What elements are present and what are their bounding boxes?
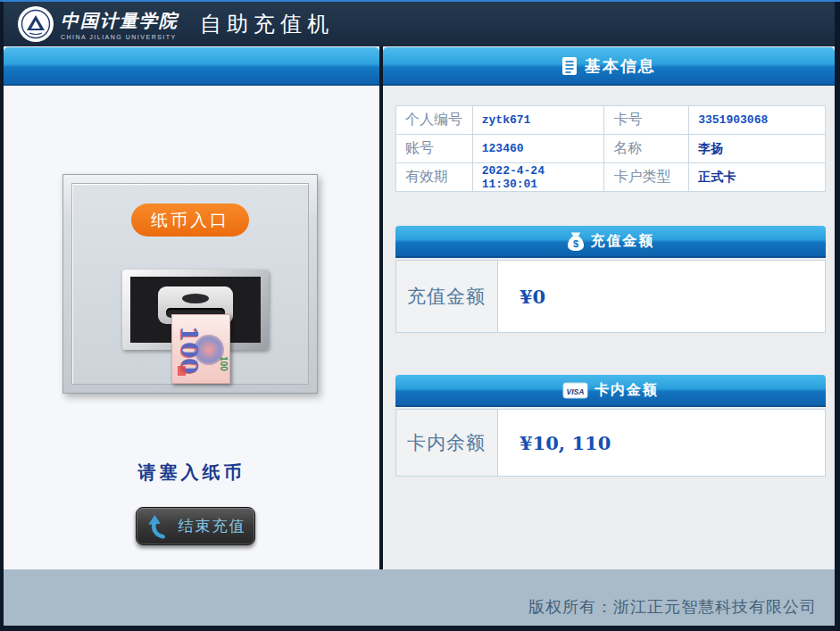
recharge-amount-row: 充值金额 ¥0 — [395, 260, 826, 333]
end-recharge-button[interactable]: 结束充值 — [136, 507, 255, 545]
basic-info-title: 基本信息 — [585, 55, 656, 77]
visa-glyph: VISA — [567, 386, 585, 395]
university-name-cn: 中国计量学院 — [61, 9, 179, 33]
value-card-type: 正式卡 — [689, 163, 826, 192]
undo-arrow-icon — [146, 514, 170, 539]
table-row: 账号 123460 名称 李扬 — [396, 135, 826, 163]
recharge-amount-label: 充值金额 — [396, 261, 498, 332]
cash-acceptor-graphic: 纸币入口 100 100 — [62, 174, 318, 394]
left-panel-header-bar — [4, 47, 379, 86]
label-name: 名称 — [604, 135, 689, 163]
value-person-id: zytk671 — [472, 106, 604, 135]
basic-info-table: 个人编号 zytk671 卡号 3351903068 账号 123460 名称 … — [395, 105, 826, 192]
table-row: 有效期 2022-4-24 11:30:01 卡户类型 正式卡 — [396, 163, 826, 192]
banknote-seal — [178, 366, 186, 376]
label-card-type: 卡户类型 — [604, 163, 689, 192]
label-valid-until: 有效期 — [396, 163, 473, 192]
recharge-amount-value: ¥0 — [498, 261, 825, 332]
recharge-amount-title: 充值金额 — [591, 232, 655, 251]
recharge-amount-header-bar: $ 充值金额 — [395, 226, 826, 258]
basic-info-header-bar: 基本信息 — [383, 47, 835, 86]
label-card-number: 卡号 — [604, 106, 689, 135]
value-card-number: 3351903068 — [689, 106, 826, 135]
account-info-panel: 基本信息 个人编号 zytk671 卡号 3351903068 账号 12346… — [383, 46, 835, 569]
card-balance-value: ¥10, 110 — [498, 410, 825, 476]
copyright-text: 版权所有：浙江正元智慧科技有限公司 — [528, 598, 817, 616]
banknote-denomination-small: 100 — [219, 356, 229, 371]
page-title: 自助充值机 — [200, 10, 334, 38]
header-bar: 中国计量学院 CHINA JILIANG UNIVERSITY 自助充值机 — [4, 2, 835, 46]
label-person-id: 个人编号 — [396, 106, 473, 135]
bill-slot-cavity: 100 100 — [130, 277, 261, 343]
bill-entrance-label: 纸币入口 — [131, 203, 249, 237]
university-logo: 中国计量学院 CHINA JILIANG UNIVERSITY — [18, 6, 179, 42]
cash-acceptor-faceplate: 纸币入口 100 100 — [71, 183, 309, 385]
label-account: 账号 — [396, 135, 473, 163]
value-account: 123460 — [472, 135, 604, 163]
card-balance-title: 卡内金额 — [595, 381, 659, 400]
banknote-graphic: 100 100 — [171, 314, 230, 384]
document-icon — [561, 56, 578, 76]
end-recharge-label: 结束充值 — [179, 516, 246, 536]
kiosk-screen: 中国计量学院 CHINA JILIANG UNIVERSITY 自助充值机 纸币… — [0, 0, 840, 631]
cash-insert-panel: 纸币入口 100 100 — [4, 46, 379, 569]
card-balance-label: 卡内余额 — [396, 410, 498, 476]
insert-bill-instruction: 请塞入纸币 — [4, 461, 379, 485]
footer-bar: 版权所有：浙江正元智慧科技有限公司 — [4, 569, 835, 626]
university-name-en: CHINA JILIANG UNIVERSITY — [61, 34, 179, 40]
dollar-glyph: $ — [572, 238, 578, 249]
card-balance-header-bar: VISA 卡内金额 — [395, 375, 826, 407]
bill-slot-frame: 100 100 — [122, 270, 269, 350]
table-row: 个人编号 zytk671 卡号 3351903068 — [396, 106, 826, 135]
visa-card-icon: VISA — [562, 382, 588, 399]
university-name: 中国计量学院 CHINA JILIANG UNIVERSITY — [61, 9, 179, 40]
university-emblem-icon — [18, 6, 54, 42]
card-balance-row: 卡内余额 ¥10, 110 — [395, 409, 826, 477]
bill-slot-notch — [182, 294, 209, 303]
money-bag-icon: $ — [567, 231, 585, 252]
value-name: 李扬 — [689, 135, 826, 163]
value-valid-until: 2022-4-24 11:30:01 — [472, 163, 604, 192]
